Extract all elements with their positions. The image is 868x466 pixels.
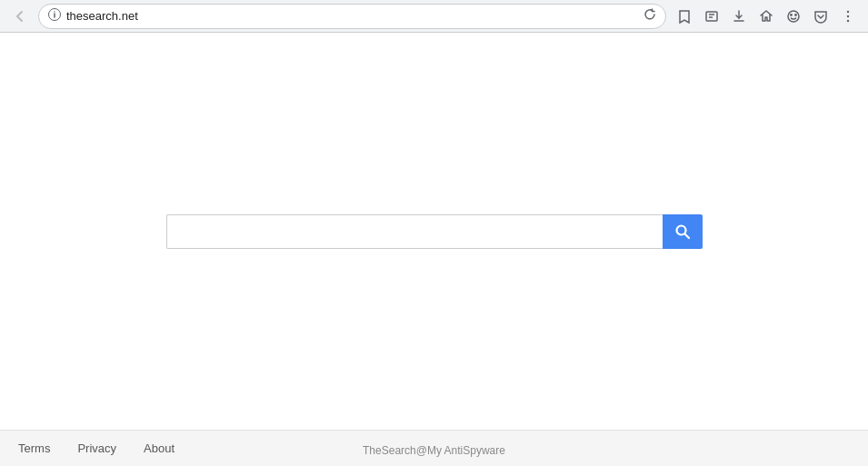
- pocket-button[interactable]: [808, 4, 833, 29]
- search-button[interactable]: [663, 214, 703, 249]
- footer-center-text: TheSearch@My AntiSpyware: [363, 444, 505, 457]
- reading-list-button[interactable]: [699, 4, 724, 29]
- about-link[interactable]: About: [144, 441, 175, 455]
- back-button[interactable]: [7, 4, 33, 29]
- svg-point-11: [847, 10, 849, 12]
- site-info-icon[interactable]: [48, 8, 61, 24]
- terms-link[interactable]: Terms: [18, 441, 50, 455]
- search-icon: [674, 223, 691, 240]
- downloads-button[interactable]: [726, 4, 752, 29]
- address-bar: [38, 4, 666, 29]
- browser-toolbar: [0, 0, 868, 33]
- svg-rect-3: [706, 12, 717, 21]
- home-button[interactable]: [753, 4, 779, 29]
- privacy-link[interactable]: Privacy: [77, 441, 116, 455]
- svg-line-15: [684, 233, 689, 238]
- svg-point-10: [795, 14, 796, 15]
- face-button[interactable]: [781, 4, 806, 29]
- reload-button[interactable]: [644, 8, 656, 24]
- svg-point-13: [847, 19, 849, 21]
- search-area: [0, 33, 868, 430]
- search-input[interactable]: [166, 214, 663, 249]
- svg-point-12: [847, 15, 849, 16]
- footer-links: Terms Privacy About: [18, 441, 175, 455]
- svg-point-2: [54, 11, 55, 12]
- svg-point-9: [791, 14, 792, 15]
- toolbar-icons: [672, 4, 861, 29]
- page-content: Terms Privacy About TheSearch@My AntiSpy…: [0, 33, 868, 466]
- menu-button[interactable]: [835, 4, 861, 29]
- svg-point-8: [788, 11, 799, 22]
- url-input[interactable]: [66, 9, 638, 23]
- search-box-wrapper: [166, 214, 703, 249]
- bookmark-button[interactable]: [672, 4, 697, 29]
